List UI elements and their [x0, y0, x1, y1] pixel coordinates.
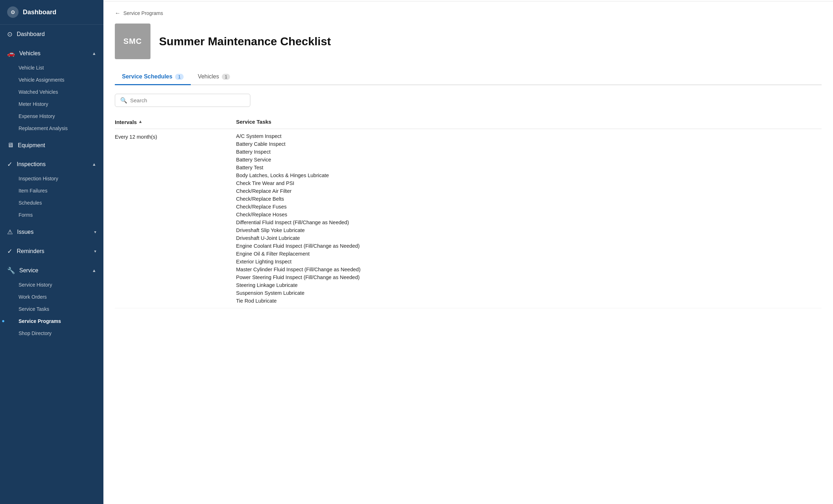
sidebar-section-vehicles: 🚗 Vehicles ▲ Vehicle List Vehicle Assign… — [0, 44, 103, 136]
avatar: SMC — [115, 24, 150, 59]
table-body: Every 12 month(s) A/C System InspectBatt… — [115, 129, 822, 308]
task-item: Driveshaft Slip Yoke Lubricate — [236, 227, 822, 233]
task-item: A/C System Inspect — [236, 133, 822, 139]
sidebar-item-schedules[interactable]: Schedules — [19, 197, 103, 209]
task-item: Exterior Lighting Inspect — [236, 259, 822, 264]
sidebar-label-reminders: Reminders — [17, 248, 44, 254]
sidebar-label-equipment: Equipment — [18, 142, 45, 149]
sidebar-item-issues[interactable]: ⚠ Issues ▾ — [0, 224, 103, 240]
sidebar-logo[interactable]: ⊙ Dashboard — [0, 0, 103, 25]
sidebar-section-service: 🔧 Service ▲ Service History Work Orders … — [0, 261, 103, 341]
tab-vehicles-label: Vehicles — [198, 73, 219, 80]
page-header: SMC Summer Maintenance Checklist — [115, 24, 822, 59]
equipment-icon: 🖥 — [7, 142, 14, 149]
column-header-service-tasks: Service Tasks — [236, 119, 822, 125]
sidebar-section-reminders: ✓ Reminders ▾ — [0, 242, 103, 261]
reminders-icon: ✓ — [7, 247, 12, 255]
sidebar-item-vehicle-assignments[interactable]: Vehicle Assignments — [19, 74, 103, 86]
column-header-intervals[interactable]: Intervals ▲ — [115, 118, 236, 125]
tab-service-schedules-badge: 1 — [175, 74, 183, 80]
sidebar-item-work-orders[interactable]: Work Orders — [19, 291, 103, 303]
sidebar-label-service: Service — [19, 267, 38, 274]
column-label-intervals: Intervals — [115, 119, 137, 125]
vehicles-sub-items: Vehicle List Vehicle Assignments Watched… — [0, 62, 103, 134]
search-icon: 🔍 — [120, 97, 127, 104]
sidebar-item-watched-vehicles[interactable]: Watched Vehicles — [19, 86, 103, 98]
task-item: Power Steering Fluid Inspect (Fill/Chang… — [236, 274, 822, 280]
sidebar-item-expense-history[interactable]: Expense History — [19, 110, 103, 122]
tab-vehicles-badge: 1 — [222, 74, 230, 80]
sidebar-label-vehicles: Vehicles — [19, 50, 41, 57]
sidebar-item-replacement-analysis[interactable]: Replacement Analysis — [19, 122, 103, 134]
page-title: Summer Maintenance Checklist — [159, 35, 331, 48]
tab-service-schedules[interactable]: Service Schedules 1 — [115, 69, 191, 85]
inspections-icon: ✓ — [7, 160, 12, 168]
vehicles-icon: 🚗 — [7, 50, 15, 57]
interval-value: Every 12 month(s) — [115, 134, 157, 140]
sidebar-section-equipment: 🖥 Equipment — [0, 136, 103, 155]
sidebar-label-dashboard: Dashboard — [17, 31, 45, 37]
sidebar-item-reminders[interactable]: ✓ Reminders ▾ — [0, 243, 103, 259]
column-label-service-tasks: Service Tasks — [236, 119, 271, 125]
sidebar-section-issues: ⚠ Issues ▾ — [0, 222, 103, 242]
tab-service-schedules-label: Service Schedules — [122, 73, 172, 80]
sidebar-item-service[interactable]: 🔧 Service ▲ — [0, 262, 103, 279]
sidebar-logo-label: Dashboard — [23, 9, 56, 16]
interval-cell: Every 12 month(s) — [115, 133, 236, 140]
inspections-sub-items: Inspection History Item Failures Schedul… — [0, 173, 103, 221]
issues-icon: ⚠ — [7, 228, 13, 236]
tabs-bar: Service Schedules 1 Vehicles 1 — [115, 69, 822, 85]
task-item: Check Tire Wear and PSI — [236, 180, 822, 186]
sidebar-section-dashboard: ⊙ Dashboard — [0, 25, 103, 44]
sidebar-item-forms[interactable]: Forms — [19, 209, 103, 221]
breadcrumb-link[interactable]: Service Programs — [123, 10, 163, 16]
sidebar-item-vehicles[interactable]: 🚗 Vehicles ▲ — [0, 45, 103, 62]
sidebar-item-inspection-history[interactable]: Inspection History — [19, 173, 103, 185]
task-item: Engine Coolant Fluid Inspect (Fill/Chang… — [236, 243, 822, 249]
sidebar-item-meter-history[interactable]: Meter History — [19, 98, 103, 110]
task-item: Battery Inspect — [236, 149, 822, 155]
table-row: Every 12 month(s) A/C System InspectBatt… — [115, 129, 822, 308]
main-content: ← Service Programs SMC Summer Maintenanc… — [103, 0, 833, 504]
sidebar-item-inspections[interactable]: ✓ Inspections ▲ — [0, 156, 103, 173]
task-item: Suspension System Lubricate — [236, 290, 822, 296]
chevron-up-icon: ▲ — [92, 51, 96, 56]
content-area: ← Service Programs SMC Summer Maintenanc… — [103, 1, 833, 504]
task-item: Tie Rod Lubricate — [236, 298, 822, 304]
sidebar-item-service-history[interactable]: Service History — [19, 279, 103, 291]
task-item: Check/Replace Fuses — [236, 204, 822, 210]
sidebar-label-inspections: Inspections — [17, 161, 46, 168]
task-item: Engine Oil & Filter Replacement — [236, 251, 822, 257]
task-item: Check/Replace Air Filter — [236, 188, 822, 194]
task-item: Battery Service — [236, 157, 822, 163]
sidebar-item-service-programs[interactable]: Service Programs — [19, 315, 103, 327]
sidebar-section-inspections: ✓ Inspections ▲ Inspection History Item … — [0, 155, 103, 222]
back-arrow-icon[interactable]: ← — [115, 10, 121, 16]
task-item: Battery Cable Inspect — [236, 141, 822, 147]
sidebar-item-vehicle-list[interactable]: Vehicle List — [19, 62, 103, 74]
task-item: Body Latches, Locks & Hinges Lubricate — [236, 173, 822, 178]
sidebar-item-equipment[interactable]: 🖥 Equipment — [0, 137, 103, 153]
service-chevron-up-icon: ▲ — [92, 268, 96, 273]
search-input[interactable] — [130, 97, 245, 103]
table-header: Intervals ▲ Service Tasks — [115, 115, 822, 129]
service-sub-items: Service History Work Orders Service Task… — [0, 279, 103, 339]
sidebar-item-service-tasks[interactable]: Service Tasks — [19, 303, 103, 315]
tab-vehicles[interactable]: Vehicles 1 — [191, 69, 237, 85]
inspections-chevron-up-icon: ▲ — [92, 162, 96, 167]
task-list: A/C System InspectBattery Cable InspectB… — [236, 133, 822, 304]
breadcrumb: ← Service Programs — [115, 10, 822, 16]
dashboard-icon: ⊙ — [7, 30, 12, 38]
tasks-cell: A/C System InspectBattery Cable InspectB… — [236, 133, 822, 304]
sidebar-label-issues: Issues — [17, 229, 34, 235]
issues-chevron-icon: ▾ — [94, 230, 96, 235]
task-item: Driveshaft U-Joint Lubricate — [236, 235, 822, 241]
sidebar-item-dashboard[interactable]: ⊙ Dashboard — [0, 26, 103, 42]
sidebar-item-shop-directory[interactable]: Shop Directory — [19, 327, 103, 339]
reminders-chevron-icon: ▾ — [94, 249, 96, 254]
sidebar-item-item-failures[interactable]: Item Failures — [19, 185, 103, 197]
logo-icon: ⊙ — [7, 6, 19, 18]
service-icon: 🔧 — [7, 267, 15, 274]
search-bar: 🔍 — [115, 94, 250, 107]
task-item: Steering Linkage Lubricate — [236, 282, 822, 288]
